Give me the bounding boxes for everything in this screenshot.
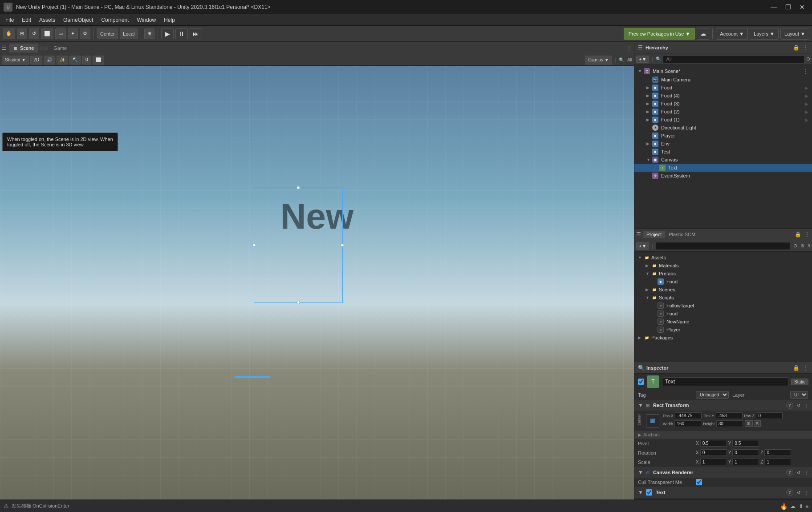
scale-z-field[interactable] <box>764 459 791 465</box>
scene-menu[interactable]: ⋮ <box>802 68 808 75</box>
scene-viewport[interactable]: When toggled on, the Scene is in 2D view… <box>0 66 634 500</box>
scale-tool[interactable]: ⬜ <box>41 28 53 39</box>
shaded-button[interactable]: Shaded ▼ <box>2 56 29 65</box>
hier-main-camera[interactable]: ▶ 📷 Main Camera <box>634 76 812 84</box>
proj-scripts[interactable]: ▼ 📁 Scripts <box>634 294 812 302</box>
account-button[interactable]: Account ▼ <box>716 28 748 40</box>
canvas-renderer-header[interactable]: ▼ ⊙ Canvas Renderer ? ↺ ⋮ <box>634 467 812 478</box>
rect-help-button[interactable]: ? <box>786 402 793 409</box>
status-pause-icon[interactable]: ⏸ <box>798 503 804 509</box>
tag-select[interactable]: Untagged <box>696 391 729 399</box>
pos-z-field[interactable] <box>756 412 783 419</box>
static-button[interactable]: Static <box>791 379 808 385</box>
hier-search-opts[interactable]: ⊙ <box>806 56 810 62</box>
transform-tool[interactable]: ✦ <box>68 28 78 39</box>
maximize-button[interactable]: ❐ <box>782 3 794 12</box>
scene-tab[interactable]: ⊞ Scene <box>9 44 38 52</box>
pivot-x-field[interactable] <box>700 440 727 447</box>
rect-tool[interactable]: ▭ <box>55 28 66 39</box>
handle-bottom[interactable] <box>296 301 300 304</box>
proj-player-script[interactable]: ▶ # Player <box>634 326 812 334</box>
inspector-lock-icon[interactable]: 🔒 <box>793 365 800 371</box>
text-help-button[interactable]: ? <box>786 489 793 496</box>
project-lock-icon[interactable]: 🔒 <box>795 231 801 238</box>
text-component-header[interactable]: ▼ Text ? ↺ ⋮ <box>634 487 812 498</box>
handle-left[interactable] <box>252 243 256 247</box>
hierarchy-menu-button[interactable]: ⋮ <box>802 44 808 51</box>
project-search-input[interactable] <box>656 242 790 250</box>
hier-text[interactable]: ▶ T Text <box>634 164 812 172</box>
hier-dir-light[interactable]: ▶ ☀ Directional Light <box>634 124 812 132</box>
rotate-tool[interactable]: ↺ <box>29 28 39 39</box>
layer-select[interactable]: UI <box>790 391 808 399</box>
rect-transform-header[interactable]: ▼ ⊞ Rect Transform ? ↺ ⋮ <box>634 400 812 411</box>
proj-followtarget[interactable]: ▶ # FollowTarget <box>634 302 812 310</box>
rot-y-field[interactable] <box>732 449 759 456</box>
menu-assets[interactable]: Assets <box>36 16 59 24</box>
cloud-button[interactable]: ☁ <box>697 28 709 40</box>
move-tool[interactable]: ⊞ <box>17 28 27 39</box>
anchor-diagram[interactable] <box>646 414 659 427</box>
center-button[interactable]: Center <box>97 28 118 39</box>
hier-env[interactable]: ▶ ■ Env <box>634 140 812 148</box>
gizmos-button[interactable]: Gizmos ▼ <box>585 56 612 65</box>
reset-size-button[interactable]: R <box>754 420 761 427</box>
status-cloud-icon[interactable]: ☁ <box>790 503 796 509</box>
proj-prefabs[interactable]: ▼ 📁 Prefabs <box>634 270 812 278</box>
pause-button[interactable]: ⏸ <box>175 28 188 39</box>
menu-gameobject[interactable]: GameObject <box>60 16 97 24</box>
status-menu-icon[interactable]: ≡ <box>805 503 808 509</box>
rot-x-field[interactable] <box>700 449 727 456</box>
layout-button[interactable]: Layout ▼ <box>780 28 809 40</box>
hier-test[interactable]: ▶ ■ Test <box>634 148 812 156</box>
lock-icon[interactable]: 🔒 <box>793 44 800 51</box>
menu-file[interactable]: File <box>2 16 17 24</box>
play-button[interactable]: ▶ <box>161 28 174 39</box>
handle-top[interactable] <box>296 186 300 189</box>
text-enabled-checkbox[interactable] <box>646 489 652 496</box>
minimize-button[interactable]: — <box>767 3 780 12</box>
text-reset-button[interactable]: ↺ <box>797 490 800 495</box>
proj-materials[interactable]: ▶ 📁 Materials <box>634 262 812 270</box>
hier-main-scene[interactable]: ▼ ⊙ Main Scene* ⋮ <box>634 67 812 76</box>
handle-right[interactable] <box>341 243 344 247</box>
cull-checkbox[interactable] <box>696 479 702 485</box>
proj-food-script[interactable]: ▶ # Food <box>634 310 812 318</box>
hierarchy-add-button[interactable]: +▼ <box>636 56 649 63</box>
hier-player[interactable]: ▶ ■ Player <box>634 132 812 140</box>
pivot-y-field[interactable] <box>732 440 759 447</box>
hier-eventsystem[interactable]: ▶ ⚡ EventSystem <box>634 172 812 180</box>
rect-menu-button[interactable]: ⋮ <box>804 403 808 408</box>
step-button[interactable]: ⏭ <box>190 28 202 39</box>
rot-z-field[interactable] <box>764 449 791 456</box>
hier-canvas[interactable]: ▼ ▣ Canvas <box>634 156 812 164</box>
rect-reset-button[interactable]: ↺ <box>797 403 800 408</box>
object-enabled-checkbox[interactable] <box>638 379 644 385</box>
preview-packages-button[interactable]: Preview Packages in Use ▼ <box>624 28 695 40</box>
canvas-reset-button[interactable]: ↺ <box>797 470 800 475</box>
hier-food4[interactable]: ▶ ■ Food (4) ▶ <box>634 92 812 100</box>
proj-assets[interactable]: ▼ 📁 Assets <box>634 254 812 262</box>
proj-newname[interactable]: ▶ # NewName <box>634 318 812 326</box>
menu-window[interactable]: Window <box>133 16 159 24</box>
food-expand[interactable]: ▶ <box>805 85 808 90</box>
menu-component[interactable]: Component <box>97 16 132 24</box>
hier-food2[interactable]: ▶ ■ Food (2) ▶ <box>634 108 812 116</box>
text-menu-button[interactable]: ⋮ <box>804 490 808 495</box>
menu-edit[interactable]: Edit <box>18 16 35 24</box>
menu-help[interactable]: Help <box>160 16 179 24</box>
inspector-menu-button[interactable]: ⋮ <box>802 364 808 371</box>
project-add-button[interactable]: +▼ <box>636 242 649 250</box>
project-search-opt1[interactable]: ⊙ <box>793 243 797 249</box>
project-tab[interactable]: Project <box>643 231 665 238</box>
scale-y-field[interactable] <box>732 459 759 465</box>
plastic-scm-tab[interactable]: Plastic SCM <box>665 231 699 238</box>
render-path-button[interactable]: 🔦 <box>69 56 81 65</box>
misc-btn[interactable]: ⬜ <box>93 56 104 65</box>
anchors-section[interactable]: ▶ Anchors <box>634 431 812 439</box>
width-field[interactable] <box>674 420 701 427</box>
game-tab[interactable]: Game <box>49 44 71 52</box>
hier-food[interactable]: ▶ ■ Food ▶ <box>634 84 812 92</box>
height-field[interactable] <box>716 420 743 427</box>
hand-tool[interactable]: ✋ <box>3 28 15 39</box>
